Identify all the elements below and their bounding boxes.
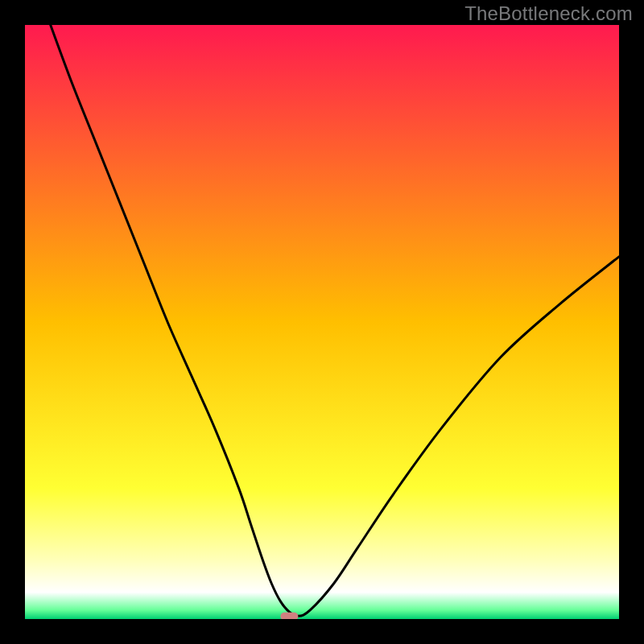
bottleneck-chart: [0, 0, 644, 644]
optimal-marker: [280, 613, 298, 621]
chart-frame: TheBottleneck.com: [0, 0, 644, 644]
plot-background: [25, 25, 619, 619]
watermark-text: TheBottleneck.com: [464, 2, 633, 25]
